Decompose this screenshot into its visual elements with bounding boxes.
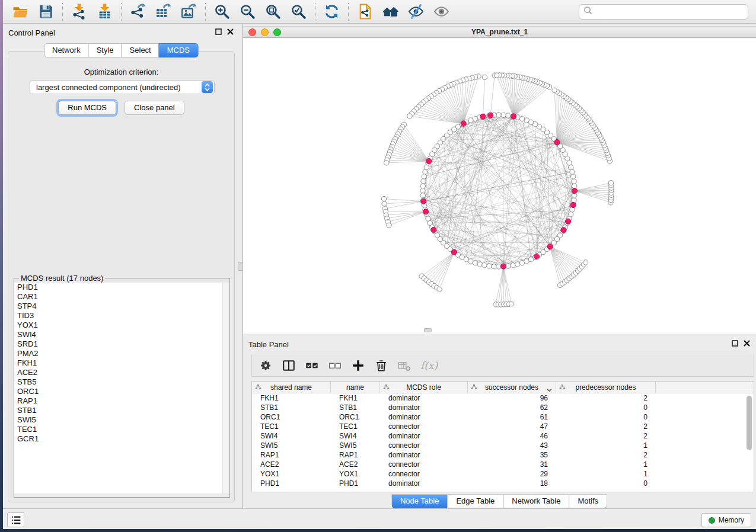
table-row[interactable]: ORC1ORC1dominator610 bbox=[252, 412, 754, 422]
mcds-result-item[interactable]: PMA2 bbox=[14, 349, 229, 358]
vertical-splitter-handle[interactable] bbox=[238, 262, 243, 271]
criterion-dropdown[interactable]: largest connected component (undirected) bbox=[30, 80, 215, 94]
open-folder-icon[interactable] bbox=[12, 4, 28, 20]
mcds-node[interactable] bbox=[561, 227, 566, 233]
mcds-node[interactable] bbox=[426, 158, 432, 164]
tab-mcds[interactable]: MCDS bbox=[159, 43, 198, 57]
table-row[interactable]: SWI5SWI5connector431 bbox=[252, 441, 754, 450]
mcds-result-item[interactable]: ACE2 bbox=[14, 368, 229, 377]
mcds-node[interactable] bbox=[480, 114, 486, 119]
tab-node-table[interactable]: Node Table bbox=[391, 494, 448, 508]
network-window-titlebar[interactable]: YPA_prune.txt_1 bbox=[243, 26, 756, 38]
mcds-node[interactable] bbox=[570, 202, 576, 207]
delete-row-icon[interactable] bbox=[374, 358, 388, 373]
search-input[interactable] bbox=[595, 7, 744, 16]
export-network-icon[interactable] bbox=[130, 4, 146, 20]
zoom-fit-icon[interactable] bbox=[265, 4, 281, 20]
table-row[interactable]: RAP1RAP1dominator352 bbox=[252, 450, 754, 460]
mcds-result-item[interactable]: YOX1 bbox=[14, 321, 229, 330]
tab-edge-table[interactable]: Edge Table bbox=[447, 494, 503, 508]
mcds-node[interactable] bbox=[511, 114, 516, 119]
close-panel-button[interactable]: Close panel bbox=[125, 101, 184, 115]
tab-style[interactable]: Style bbox=[88, 43, 122, 57]
task-history-button[interactable] bbox=[7, 512, 24, 527]
columns-icon[interactable] bbox=[282, 358, 296, 373]
mcds-result-item[interactable]: TID3 bbox=[14, 311, 229, 321]
mcds-node[interactable] bbox=[500, 264, 506, 269]
refresh-icon[interactable] bbox=[324, 4, 340, 20]
export-image-icon[interactable] bbox=[181, 4, 197, 20]
float-table-panel-icon[interactable] bbox=[732, 340, 738, 347]
mcds-result-item[interactable]: FKH1 bbox=[14, 358, 229, 368]
table-row[interactable]: SWI4SWI4dominator462 bbox=[252, 431, 754, 441]
zoom-selected-icon[interactable] bbox=[291, 4, 307, 20]
export-table-icon[interactable] bbox=[155, 4, 171, 20]
mcds-node[interactable] bbox=[554, 140, 560, 145]
show-graphics-icon[interactable] bbox=[433, 4, 449, 20]
zoom-out-icon[interactable] bbox=[240, 4, 256, 20]
hide-graphics-icon[interactable] bbox=[408, 4, 424, 20]
table-scrollbar-thumb[interactable] bbox=[747, 396, 752, 450]
tab-network-table[interactable]: Network Table bbox=[503, 494, 569, 508]
search-box[interactable] bbox=[579, 4, 748, 20]
column-header-predecessor-nodes[interactable]: predecessor nodes bbox=[556, 382, 656, 393]
add-row-icon[interactable] bbox=[351, 358, 365, 373]
import-network-icon[interactable] bbox=[71, 4, 87, 20]
list-scrollbar[interactable] bbox=[222, 283, 229, 493]
import-table-icon[interactable] bbox=[97, 4, 113, 20]
table-row[interactable]: PHD1PHD1dominator180 bbox=[252, 479, 754, 488]
mcds-result-item[interactable]: PHD1 bbox=[14, 283, 229, 292]
tab-motifs[interactable]: Motifs bbox=[569, 494, 607, 508]
mcds-result-list[interactable]: PHD1CAR1STP4TID3YOX1SWI4SRD1PMA2FKH1ACE2… bbox=[14, 283, 229, 493]
mcds-node[interactable] bbox=[547, 244, 553, 249]
mcds-result-item[interactable]: CAR1 bbox=[14, 292, 229, 302]
deselect-all-checkbox-icon[interactable] bbox=[328, 358, 342, 373]
column-header-MCDS-role[interactable]: MCDS role bbox=[380, 382, 468, 393]
close-table-panel-icon[interactable] bbox=[744, 340, 750, 347]
column-header-name[interactable]: name bbox=[331, 382, 380, 393]
mcds-result-item[interactable]: RAP1 bbox=[14, 396, 229, 406]
gear-icon[interactable] bbox=[259, 358, 273, 373]
mcds-result-item[interactable]: STB1 bbox=[14, 406, 229, 415]
mcds-result-item[interactable]: STP4 bbox=[14, 302, 229, 311]
mcds-node[interactable] bbox=[534, 254, 539, 259]
run-mcds-button[interactable]: Run MCDS bbox=[58, 101, 116, 115]
zoom-in-icon[interactable] bbox=[214, 4, 230, 20]
table-row[interactable]: TEC1TEC1connector472 bbox=[252, 422, 754, 431]
select-all-checkbox-icon[interactable] bbox=[305, 358, 319, 373]
mcds-node[interactable] bbox=[461, 121, 466, 126]
node-table[interactable]: shared namenameMCDS rolesuccessor nodesp… bbox=[251, 381, 754, 492]
mcds-result-item[interactable]: STB5 bbox=[14, 377, 229, 387]
float-panel-icon[interactable] bbox=[215, 28, 222, 35]
mcds-result-item[interactable]: ORC1 bbox=[14, 387, 229, 396]
mcds-result-item[interactable]: GCR1 bbox=[14, 434, 229, 444]
network-document-icon[interactable] bbox=[357, 4, 373, 20]
mcds-node[interactable] bbox=[431, 227, 436, 232]
save-icon[interactable] bbox=[38, 4, 54, 20]
table-row[interactable]: ACE2ACE2connector311 bbox=[252, 460, 754, 469]
table-row[interactable]: STB1STB1dominator620 bbox=[252, 403, 754, 412]
mcds-node[interactable] bbox=[421, 198, 426, 204]
mcds-result-item[interactable]: SRD1 bbox=[14, 339, 229, 349]
mcds-node[interactable] bbox=[488, 113, 493, 118]
mcds-result-item[interactable]: SWI4 bbox=[14, 330, 229, 339]
table-row[interactable]: YOX1YOX1connector291 bbox=[252, 469, 754, 479]
network-view[interactable] bbox=[243, 39, 756, 334]
cell-predecessor-nodes: 0 bbox=[556, 479, 656, 488]
mcds-result-item[interactable]: TEC1 bbox=[14, 425, 229, 434]
horizontal-splitter-handle[interactable] bbox=[424, 328, 432, 332]
mcds-node[interactable] bbox=[423, 209, 428, 214]
close-panel-icon[interactable] bbox=[227, 28, 234, 35]
houses-icon[interactable] bbox=[382, 4, 398, 20]
tab-select[interactable]: Select bbox=[122, 43, 160, 57]
mcds-node[interactable] bbox=[566, 219, 571, 224]
delete-table-icon[interactable] bbox=[397, 358, 412, 373]
memory-button[interactable]: Memory bbox=[701, 513, 751, 527]
table-row[interactable]: FKH1FKH1dominator962 bbox=[252, 393, 754, 403]
tab-network[interactable]: Network bbox=[44, 43, 89, 57]
column-header-successor-nodes[interactable]: successor nodes bbox=[468, 382, 556, 393]
mcds-result-item[interactable]: SWI5 bbox=[14, 415, 229, 425]
column-header-shared-name[interactable]: shared name bbox=[252, 382, 331, 393]
mcds-node[interactable] bbox=[451, 249, 457, 255]
mcds-node[interactable] bbox=[572, 188, 577, 193]
